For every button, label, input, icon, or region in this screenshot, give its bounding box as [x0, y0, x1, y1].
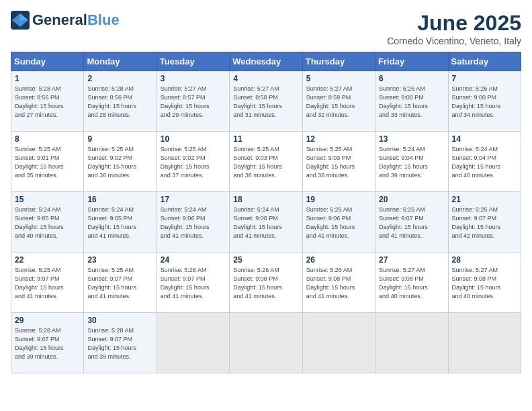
empty-cell — [302, 313, 375, 373]
header-friday: Friday — [375, 52, 448, 71]
day-number: 21 — [452, 195, 517, 204]
header-tuesday: Tuesday — [157, 52, 229, 71]
day-number: 23 — [87, 255, 152, 265]
day-cell-14: 14 Sunrise: 5:24 AMSunset: 9:04 PMDaylig… — [448, 132, 521, 192]
day-number: 12 — [306, 134, 371, 144]
day-number: 24 — [161, 255, 226, 265]
day-detail: Sunrise: 5:26 AMSunset: 9:08 PMDaylight:… — [306, 266, 371, 301]
day-cell-18: 18 Sunrise: 5:24 AMSunset: 9:06 PMDaylig… — [230, 192, 302, 253]
day-number: 27 — [379, 255, 444, 265]
day-cell-16: 16 Sunrise: 5:24 AMSunset: 9:05 PMDaylig… — [84, 192, 157, 253]
calendar-table: Sunday Monday Tuesday Wednesday Thursday… — [11, 52, 521, 373]
day-detail: Sunrise: 5:27 AMSunset: 9:08 PMDaylight:… — [379, 266, 444, 301]
day-number: 3 — [161, 74, 226, 83]
day-number: 26 — [306, 255, 371, 265]
page-header: GeneralBlue June 2025 Cornedo Vicentino,… — [11, 11, 521, 46]
day-cell-7: 7 Sunrise: 5:26 AMSunset: 9:00 PMDayligh… — [448, 71, 521, 132]
day-detail: Sunrise: 5:25 AMSunset: 9:03 PMDaylight:… — [233, 145, 298, 180]
logo: GeneralBlue — [11, 11, 120, 30]
day-cell-11: 11 Sunrise: 5:25 AMSunset: 9:03 PMDaylig… — [230, 132, 302, 192]
day-cell-29: 29 Sunrise: 5:28 AMSunset: 9:07 PMDaylig… — [11, 313, 84, 373]
day-number: 25 — [233, 255, 298, 265]
title-area: June 2025 Cornedo Vicentino, Veneto, Ita… — [387, 11, 521, 46]
day-number: 15 — [15, 195, 80, 204]
day-number: 14 — [452, 134, 517, 144]
day-number: 6 — [379, 74, 444, 83]
week-row-1: 1 Sunrise: 5:28 AMSunset: 8:56 PMDayligh… — [11, 71, 521, 132]
logo-blue-text: Blue — [87, 11, 120, 28]
day-detail: Sunrise: 5:26 AMSunset: 9:00 PMDaylight:… — [452, 85, 517, 120]
day-detail: Sunrise: 5:25 AMSunset: 9:01 PMDaylight:… — [15, 145, 80, 180]
header-saturday: Saturday — [448, 52, 521, 71]
day-number: 16 — [87, 195, 152, 204]
day-detail: Sunrise: 5:24 AMSunset: 9:05 PMDaylight:… — [15, 205, 80, 240]
day-detail: Sunrise: 5:26 AMSunset: 9:08 PMDaylight:… — [233, 266, 298, 301]
day-number: 8 — [15, 134, 80, 144]
day-cell-24: 24 Sunrise: 5:26 AMSunset: 9:07 PMDaylig… — [157, 253, 229, 313]
day-detail: Sunrise: 5:24 AMSunset: 9:04 PMDaylight:… — [452, 145, 517, 180]
day-cell-8: 8 Sunrise: 5:25 AMSunset: 9:01 PMDayligh… — [11, 132, 84, 192]
day-detail: Sunrise: 5:28 AMSunset: 8:56 PMDaylight:… — [15, 85, 80, 120]
calendar-title: June 2025 — [387, 11, 521, 36]
day-detail: Sunrise: 5:24 AMSunset: 9:05 PMDaylight:… — [87, 205, 152, 240]
day-cell-27: 27 Sunrise: 5:27 AMSunset: 9:08 PMDaylig… — [375, 253, 448, 313]
day-cell-22: 22 Sunrise: 5:25 AMSunset: 9:07 PMDaylig… — [11, 253, 84, 313]
day-detail: Sunrise: 5:28 AMSunset: 9:07 PMDaylight:… — [15, 326, 80, 361]
day-cell-6: 6 Sunrise: 5:26 AMSunset: 9:00 PMDayligh… — [375, 71, 448, 132]
header-wednesday: Wednesday — [230, 52, 302, 71]
day-detail: Sunrise: 5:26 AMSunset: 9:07 PMDaylight:… — [161, 266, 226, 301]
day-number: 18 — [233, 195, 298, 204]
day-number: 10 — [161, 134, 226, 144]
day-number: 22 — [15, 255, 80, 265]
header-thursday: Thursday — [302, 52, 375, 71]
day-detail: Sunrise: 5:27 AMSunset: 8:58 PMDaylight:… — [233, 85, 298, 120]
day-cell-9: 9 Sunrise: 5:25 AMSunset: 9:02 PMDayligh… — [84, 132, 157, 192]
day-cell-20: 20 Sunrise: 5:25 AMSunset: 9:07 PMDaylig… — [375, 192, 448, 253]
day-number: 11 — [233, 134, 298, 144]
day-detail: Sunrise: 5:25 AMSunset: 9:06 PMDaylight:… — [306, 205, 371, 240]
day-cell-10: 10 Sunrise: 5:25 AMSunset: 9:02 PMDaylig… — [157, 132, 229, 192]
day-cell-21: 21 Sunrise: 5:25 AMSunset: 9:07 PMDaylig… — [448, 192, 521, 253]
day-detail: Sunrise: 5:24 AMSunset: 9:06 PMDaylight:… — [161, 205, 226, 240]
day-cell-19: 19 Sunrise: 5:25 AMSunset: 9:06 PMDaylig… — [302, 192, 375, 253]
day-cell-4: 4 Sunrise: 5:27 AMSunset: 8:58 PMDayligh… — [230, 71, 302, 132]
day-number: 13 — [379, 134, 444, 144]
day-number: 7 — [452, 74, 517, 83]
day-cell-17: 17 Sunrise: 5:24 AMSunset: 9:06 PMDaylig… — [157, 192, 229, 253]
day-number: 5 — [306, 74, 371, 83]
logo-icon — [11, 11, 30, 30]
week-row-3: 15 Sunrise: 5:24 AMSunset: 9:05 PMDaylig… — [11, 192, 521, 253]
weekday-header-row: Sunday Monday Tuesday Wednesday Thursday… — [11, 52, 521, 71]
week-row-5: 29 Sunrise: 5:28 AMSunset: 9:07 PMDaylig… — [11, 313, 521, 373]
day-cell-28: 28 Sunrise: 5:27 AMSunset: 9:08 PMDaylig… — [448, 253, 521, 313]
day-number: 30 — [87, 316, 152, 325]
day-detail: Sunrise: 5:26 AMSunset: 9:00 PMDaylight:… — [379, 85, 444, 120]
header-monday: Monday — [84, 52, 157, 71]
day-cell-12: 12 Sunrise: 5:25 AMSunset: 9:03 PMDaylig… — [302, 132, 375, 192]
week-row-2: 8 Sunrise: 5:25 AMSunset: 9:01 PMDayligh… — [11, 132, 521, 192]
day-detail: Sunrise: 5:25 AMSunset: 9:07 PMDaylight:… — [379, 205, 444, 240]
day-cell-13: 13 Sunrise: 5:24 AMSunset: 9:04 PMDaylig… — [375, 132, 448, 192]
day-number: 29 — [15, 316, 80, 325]
day-cell-25: 25 Sunrise: 5:26 AMSunset: 9:08 PMDaylig… — [230, 253, 302, 313]
day-number: 28 — [452, 255, 517, 265]
day-detail: Sunrise: 5:27 AMSunset: 9:08 PMDaylight:… — [452, 266, 517, 301]
header-sunday: Sunday — [11, 52, 84, 71]
empty-cell — [230, 313, 302, 373]
day-cell-2: 2 Sunrise: 5:28 AMSunset: 8:56 PMDayligh… — [84, 71, 157, 132]
day-detail: Sunrise: 5:27 AMSunset: 8:59 PMDaylight:… — [306, 85, 371, 120]
empty-cell — [448, 313, 521, 373]
day-number: 17 — [161, 195, 226, 204]
day-cell-30: 30 Sunrise: 5:28 AMSunset: 9:07 PMDaylig… — [84, 313, 157, 373]
day-cell-3: 3 Sunrise: 5:27 AMSunset: 8:57 PMDayligh… — [157, 71, 229, 132]
day-detail: Sunrise: 5:28 AMSunset: 9:07 PMDaylight:… — [87, 326, 152, 361]
day-detail: Sunrise: 5:25 AMSunset: 9:02 PMDaylight:… — [161, 145, 226, 180]
empty-cell — [375, 313, 448, 373]
day-cell-15: 15 Sunrise: 5:24 AMSunset: 9:05 PMDaylig… — [11, 192, 84, 253]
day-detail: Sunrise: 5:27 AMSunset: 8:57 PMDaylight:… — [161, 85, 226, 120]
day-detail: Sunrise: 5:25 AMSunset: 9:02 PMDaylight:… — [87, 145, 152, 180]
day-detail: Sunrise: 5:24 AMSunset: 9:04 PMDaylight:… — [379, 145, 444, 180]
day-detail: Sunrise: 5:28 AMSunset: 8:56 PMDaylight:… — [87, 85, 152, 120]
week-row-4: 22 Sunrise: 5:25 AMSunset: 9:07 PMDaylig… — [11, 253, 521, 313]
day-number: 2 — [87, 74, 152, 83]
